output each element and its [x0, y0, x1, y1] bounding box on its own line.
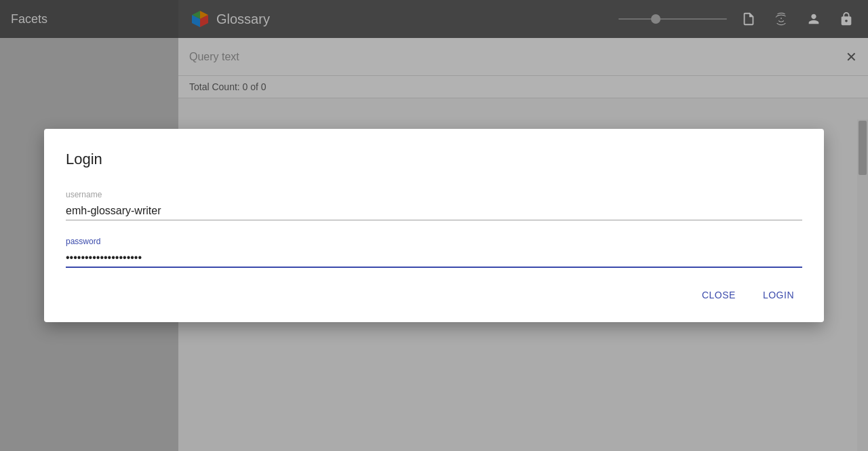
login-button[interactable]: LOGIN — [755, 284, 802, 306]
modal-overlay: Login username password CLOSE LOGIN — [0, 0, 868, 451]
username-label: username — [66, 190, 802, 199]
password-input[interactable] — [66, 249, 802, 268]
login-title: Login — [66, 151, 802, 168]
password-field: password — [66, 237, 802, 268]
close-button[interactable]: CLOSE — [694, 284, 744, 306]
username-field: username — [66, 190, 802, 220]
login-dialog: Login username password CLOSE LOGIN — [44, 129, 824, 322]
dialog-actions: CLOSE LOGIN — [66, 284, 802, 306]
password-label: password — [66, 237, 802, 246]
username-input[interactable] — [66, 202, 802, 220]
